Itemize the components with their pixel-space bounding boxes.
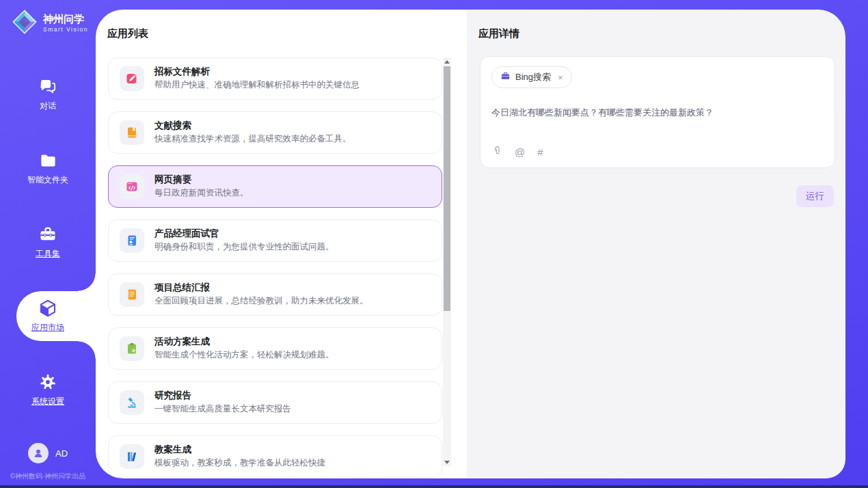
brand-subtitle: Smart Vision — [43, 26, 88, 33]
app-card-research-report[interactable]: 研究报告 一键智能生成高质量长文本研究报告 — [108, 381, 442, 424]
paperclip-icon[interactable] — [492, 145, 502, 159]
app-card-event-plan[interactable]: 活动方案生成 智能生成个性化活动方案，轻松解决规划难题。 — [108, 327, 442, 370]
folder-icon — [0, 150, 96, 171]
copyright-text: ©神州数码·神州问学出品 — [0, 472, 96, 481]
scrollbar-thumb[interactable] — [444, 66, 450, 311]
app-window: 神州问学 Smart Vision 对话 智能文件夹 — [0, 0, 868, 488]
app-card-title: 产品经理面试官 — [154, 228, 334, 239]
sidebar-item-smart-folder[interactable]: 智能文件夹 — [0, 150, 96, 186]
app-card-title: 网页摘要 — [154, 174, 249, 185]
app-card-title: 文献搜索 — [154, 120, 351, 131]
sidebar-item-toolset[interactable]: 工具集 — [0, 224, 96, 260]
webpage-icon — [120, 174, 144, 199]
app-card-title: 教案生成 — [154, 444, 325, 455]
brand-name: 神州问学 — [43, 14, 88, 25]
sidebar: 神州问学 Smart Vision 对话 智能文件夹 — [0, 0, 96, 488]
mention-at-icon[interactable]: @ — [515, 146, 525, 158]
app-card-title: 招标文件解析 — [154, 66, 360, 77]
sidebar-item-label: 对话 — [40, 100, 56, 112]
notebook-icon — [120, 282, 144, 307]
app-card-description: 智能生成个性化活动方案，轻松解决规划难题。 — [154, 349, 334, 361]
app-list-panel: 应用列表 招标文件解析 帮助用户快速、准确地理解和解析招标书中的关键信息 — [96, 10, 467, 478]
app-card-description: 一键智能生成高质量长文本研究报告 — [154, 403, 291, 415]
bottom-bar — [0, 485, 868, 488]
app-card-title: 项目总结汇报 — [154, 282, 368, 293]
sidebar-item-label: 智能文件夹 — [27, 174, 68, 186]
app-card-lesson-plan[interactable]: 教案生成 模板驱动，教案秒成，教学准备从此轻松快捷 — [108, 435, 442, 478]
user-initials: AD — [55, 448, 68, 459]
run-button[interactable]: 运行 — [796, 185, 834, 207]
app-card-project-summary[interactable]: 项目总结汇报 全面回顾项目进展，总结经验教训，助力未来优化发展。 — [108, 273, 442, 316]
app-card-description: 帮助用户快速、准确地理解和解析招标书中的关键信息 — [154, 79, 360, 91]
scroll-up-arrow-icon[interactable] — [443, 57, 451, 66]
avatar — [28, 443, 49, 463]
app-card-description: 每日政府新闻资讯快查。 — [154, 187, 249, 199]
app-detail-panel: 应用详情 Bing搜索 × 今日湖北有哪些新闻要点？有哪些需要关注的最新政策？ — [467, 10, 845, 478]
sidebar-item-label: 工具集 — [36, 248, 60, 260]
app-card-description: 快速精准查找学术资源，提高研究效率的必备工具。 — [154, 133, 351, 145]
app-card-web-summary[interactable]: 网页摘要 每日政府新闻资讯快查。 — [108, 165, 442, 208]
app-card-tender-parse[interactable]: 招标文件解析 帮助用户快速、准确地理解和解析招标书中的关键信息 — [108, 57, 442, 100]
tool-chip-label: Bing搜索 — [515, 71, 551, 83]
prompt-card: Bing搜索 × 今日湖北有哪些新闻要点？有哪些需要关注的最新政策？ @ # — [480, 56, 835, 168]
app-card-list: 招标文件解析 帮助用户快速、准确地理解和解析招标书中的关键信息 文献搜索 — [108, 57, 442, 478]
app-card-pm-interviewer[interactable]: 产品经理面试官 明确身份和职责，为您提供专业性的面试问题。 — [108, 219, 442, 262]
app-card-description: 模板驱动，教案秒成，教学准备从此轻松快捷 — [154, 457, 325, 469]
books-icon — [120, 444, 144, 469]
app-list-title: 应用列表 — [107, 27, 148, 40]
sidebar-item-app-market[interactable]: 应用市场 — [0, 298, 96, 334]
app-list-scrollbar — [443, 57, 451, 466]
user-account[interactable]: AD — [0, 443, 96, 463]
main-container: 应用列表 招标文件解析 帮助用户快速、准确地理解和解析招标书中的关键信息 — [96, 10, 845, 478]
attach-toolbar: @ # — [492, 145, 543, 159]
tool-chip-bing-search[interactable]: Bing搜索 × — [491, 66, 572, 88]
brand-logo: 神州问学 Smart Vision — [11, 8, 88, 38]
app-detail-title: 应用详情 — [478, 27, 519, 40]
scroll-down-arrow-icon[interactable] — [443, 458, 451, 466]
gem-logo-icon — [11, 8, 38, 38]
app-card-literature-search[interactable]: 文献搜索 快速精准查找学术资源，提高研究效率的必备工具。 — [108, 111, 442, 154]
pm-interview-icon — [120, 228, 144, 253]
app-card-description: 明确身份和职责，为您提供专业性的面试问题。 — [154, 241, 334, 253]
hash-icon[interactable]: # — [537, 146, 543, 158]
microscope-icon — [120, 390, 144, 415]
chat-icon — [0, 77, 96, 97]
chip-close-icon[interactable]: × — [558, 72, 563, 83]
gear-icon — [0, 372, 96, 392]
app-card-description: 全面回顾项目进展，总结经验教训，助力未来优化发展。 — [154, 295, 368, 307]
toolbox-icon — [0, 224, 96, 245]
tender-doc-icon — [120, 66, 144, 91]
briefcase-icon — [500, 71, 511, 84]
app-card-title: 研究报告 — [154, 390, 291, 401]
cube-icon — [0, 298, 96, 318]
app-card-title: 活动方案生成 — [154, 336, 334, 347]
prompt-input[interactable]: 今日湖北有哪些新闻要点？有哪些需要关注的最新政策？ — [491, 107, 824, 119]
sidebar-item-label: 应用市场 — [31, 322, 64, 334]
clipboard-check-icon — [120, 336, 144, 361]
book-icon — [120, 120, 144, 145]
sidebar-item-chat[interactable]: 对话 — [0, 77, 96, 112]
sidebar-item-settings[interactable]: 系统设置 — [0, 372, 96, 407]
sidebar-item-label: 系统设置 — [31, 396, 64, 407]
